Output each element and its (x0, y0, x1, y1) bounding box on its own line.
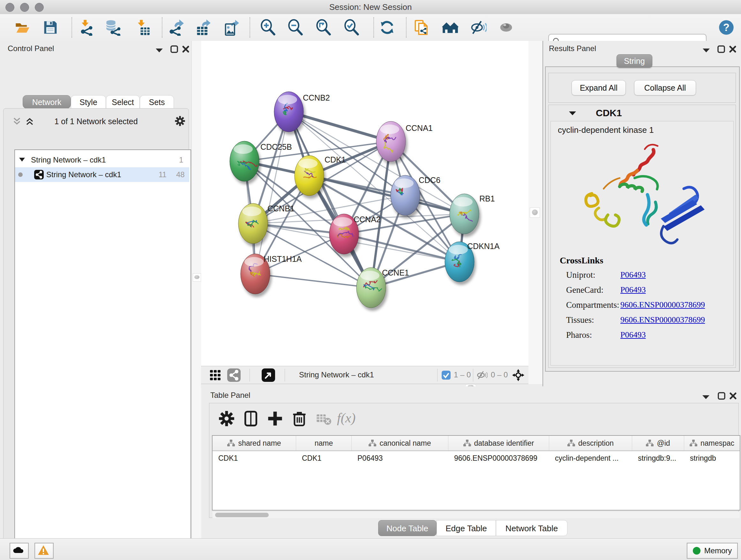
export-network-icon[interactable] (167, 19, 184, 36)
refresh-view-icon[interactable] (379, 19, 395, 36)
hierarchy-icon (690, 440, 697, 447)
scrollbar-thumb[interactable] (215, 513, 269, 517)
show-all-icon[interactable] (498, 19, 515, 36)
copy-network-icon[interactable] (414, 19, 430, 36)
expand-all-button[interactable]: Expand All (571, 80, 626, 96)
edge-HIST1H1A-CCNE1[interactable] (255, 274, 371, 288)
open-session-icon[interactable] (14, 19, 30, 36)
edge-CCNB2-CCNA1[interactable] (289, 112, 391, 141)
tab-sets[interactable]: Sets (140, 95, 174, 109)
node-CDC6[interactable] (391, 175, 420, 215)
zoom-out-icon[interactable] (287, 19, 304, 36)
tab-network[interactable]: Network (23, 95, 71, 109)
add-row-icon[interactable] (267, 410, 283, 427)
tab-select[interactable]: Select (106, 95, 140, 109)
edge-CCNA2-CDKN1A[interactable] (344, 234, 460, 262)
crosslink-row: Compartments: 9606.ENSP00000378699 (551, 300, 733, 315)
panel-menu-icon[interactable] (702, 47, 711, 53)
close-panel-icon[interactable] (729, 392, 737, 400)
edge-CCNB2-HIST1H1A[interactable] (255, 112, 289, 274)
network-options-gear-icon[interactable] (175, 116, 185, 126)
close-panel-icon[interactable] (182, 45, 190, 53)
delete-entries-trash-icon[interactable] (291, 410, 308, 427)
pan-crosshair-icon[interactable] (512, 369, 525, 381)
node-label-CCNA1: CCNA1 (406, 124, 433, 132)
gene-card: CDK1 cyclin-dependent kinase 1 (548, 105, 736, 368)
string-network-icon (34, 170, 44, 179)
node-RB1[interactable] (450, 194, 479, 234)
protein-structure-image (553, 138, 731, 253)
create-column-icon[interactable] (243, 410, 259, 427)
zoom-fit-content-icon[interactable] (315, 19, 332, 36)
import-table-from-file-icon[interactable] (134, 19, 151, 36)
uniprot-link[interactable]: P06493 (620, 270, 646, 280)
network-label: String Network – cdk1 (46, 170, 121, 179)
splitter-handle[interactable] (530, 207, 540, 218)
node-CDK1[interactable] (294, 155, 324, 196)
collapse-gene-icon[interactable] (568, 110, 577, 116)
zoom-selected-icon[interactable] (343, 19, 360, 36)
panel-menu-icon[interactable] (702, 394, 710, 400)
vertical-splitter-left[interactable] (192, 41, 201, 538)
node-CCNB1[interactable] (239, 203, 268, 244)
table-panel-title: Table Panel (210, 391, 250, 400)
memory-button[interactable]: Memory (687, 543, 738, 559)
float-panel-icon[interactable] (718, 45, 725, 53)
splitter-handle[interactable] (193, 273, 201, 282)
column-header-name[interactable]: name (296, 436, 352, 450)
first-neighbors-icon[interactable] (442, 19, 459, 36)
string-network-graph[interactable]: CCNB2CCNA1CDC25BCDK1CDC6RB1CCNB1CCNA2CDK… (201, 41, 529, 366)
vertical-splitter-right[interactable] (529, 41, 542, 384)
genecard-link[interactable]: P06493 (620, 285, 646, 295)
hide-selected-icon[interactable] (470, 19, 487, 36)
tree-expander-icon[interactable] (19, 157, 25, 162)
node-CCNA1[interactable] (376, 121, 406, 162)
column-header-canonical-name[interactable]: canonical name (352, 436, 448, 450)
float-panel-icon[interactable] (718, 392, 725, 400)
column-header-database-identifier[interactable]: database identifier (448, 436, 549, 450)
hierarchy-icon (646, 440, 654, 447)
column-header-namespace[interactable]: namespac (684, 436, 740, 450)
export-image-icon[interactable] (223, 19, 239, 36)
table-settings-gear-icon[interactable] (218, 410, 235, 427)
export-table-icon[interactable] (195, 19, 212, 36)
tab-style[interactable]: Style (71, 95, 106, 109)
column-header-description[interactable]: description (549, 436, 632, 450)
gene-card-header[interactable]: CDK1 (549, 105, 736, 120)
grid-layout-icon[interactable] (209, 369, 221, 381)
string-app-icon[interactable] (227, 368, 241, 382)
node-label-CCNA2: CCNA2 (354, 215, 381, 224)
network-collection-row[interactable]: String Network – cdk1 1 (15, 152, 189, 167)
column-header-shared-name[interactable]: shared name (212, 436, 296, 450)
column-header-id[interactable]: @id (632, 436, 684, 450)
network-row-selected[interactable]: String Network – cdk1 11 48 (15, 167, 189, 182)
cloud-status-button[interactable] (10, 543, 29, 559)
network-view-toolbar: String Network – cdk1 1 – 0 0 – 0 (201, 366, 529, 384)
pharos-link[interactable]: P06493 (620, 330, 646, 340)
warnings-button[interactable] (35, 543, 54, 559)
network-view-canvas[interactable]: CCNB2CCNA1CDC25BCDK1CDC6RB1CCNB1CCNA2CDK… (201, 41, 529, 366)
compartments-link[interactable]: 9606.ENSP00000378699 (620, 300, 705, 310)
import-network-from-database-icon[interactable] (105, 19, 121, 36)
footer-separator (473, 369, 473, 381)
zoom-in-icon[interactable] (260, 19, 276, 36)
save-session-icon[interactable] (42, 19, 59, 36)
close-panel-icon[interactable] (729, 45, 737, 53)
node-CDC25B[interactable] (230, 141, 259, 181)
tab-node-table[interactable]: Node Table (378, 520, 436, 536)
selected-checkbox-icon[interactable] (442, 371, 451, 380)
tab-network-table[interactable]: Network Table (496, 520, 567, 536)
tissues-link[interactable]: 9606.ENSP00000378699 (620, 315, 705, 325)
help-icon[interactable]: ? (718, 19, 735, 36)
tab-edge-table[interactable]: Edge Table (436, 520, 496, 536)
collapse-all-button[interactable]: Collapse All (634, 80, 696, 96)
node-CCNE1[interactable] (356, 267, 386, 308)
float-panel-icon[interactable] (171, 45, 178, 53)
node-CCNB2[interactable] (274, 91, 304, 132)
table-row[interactable]: CDK1 CDK1 P06493 9606.ENSP00000378699 cy… (212, 451, 740, 465)
import-network-from-file-icon[interactable] (78, 19, 95, 36)
birds-eye-view-icon[interactable] (262, 368, 275, 382)
panel-menu-icon[interactable] (155, 47, 163, 53)
horizontal-scrollbar[interactable] (212, 512, 740, 518)
tab-string[interactable]: String (616, 54, 652, 68)
